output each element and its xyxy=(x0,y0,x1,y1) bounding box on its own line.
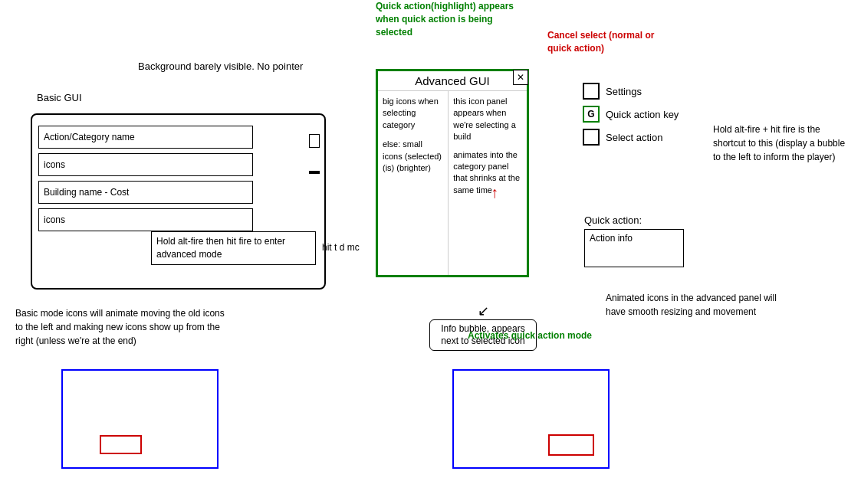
bottom-box-left-inner xyxy=(100,435,142,454)
icons-row-2: icons xyxy=(38,208,253,231)
background-note: Background barely visible. No pointer xyxy=(138,60,303,74)
quick-action-key-label: Quick action key xyxy=(606,109,679,120)
scrollbar[interactable] xyxy=(307,134,321,174)
settings-label: Settings xyxy=(606,86,642,97)
scroll-thumb[interactable] xyxy=(309,171,320,174)
info-bubble-arrow-icon: ↙ xyxy=(429,303,537,319)
quick-action-title: Quick action: xyxy=(584,214,692,226)
icons-row-1: icons xyxy=(38,153,253,176)
advanced-gui-title: Advanced GUI xyxy=(378,71,527,91)
info-bubble-container: ↙ Info bubble, appears next to selected … xyxy=(429,303,537,351)
adv-right-text2: animates into the category panel that sh… xyxy=(453,149,522,197)
basic-gui-panel: Action/Category name icons Building name… xyxy=(31,113,326,290)
select-action-row: Select action xyxy=(583,129,698,146)
adv-category-panel: big icons when selecting category else: … xyxy=(378,91,449,275)
quick-action-panel: Quick action: Action info xyxy=(584,214,692,267)
hold-altfire-note: Hold alt-fire + hit fire is the shortcut… xyxy=(713,123,855,164)
basic-mode-note: Basic mode icons will animate moving the… xyxy=(15,306,230,348)
settings-row: Settings xyxy=(583,83,698,100)
basic-gui-label: Basic GUI xyxy=(37,92,82,103)
hit-note: hit t d mc xyxy=(322,242,360,253)
quick-action-box: Action info xyxy=(584,229,684,267)
scroll-up[interactable] xyxy=(309,134,320,148)
settings-checkbox[interactable] xyxy=(583,83,600,100)
select-action-checkbox[interactable] xyxy=(583,129,600,146)
select-action-label: Select action xyxy=(606,132,662,143)
cancel-select-note: Cancel select (normal or quick action) xyxy=(547,29,678,55)
advanced-gui-body: big icons when selecting category else: … xyxy=(378,91,527,275)
advanced-gui-panel: Advanced GUI ✕ big icons when selecting … xyxy=(376,69,529,277)
adv-left-text1: big icons when selecting category xyxy=(383,96,443,131)
adv-right-text1: this icon panel appears when we're selec… xyxy=(453,96,522,143)
building-name-cost-input: Building name - Cost xyxy=(38,181,253,204)
close-button[interactable]: ✕ xyxy=(513,70,528,85)
adv-left-text2: else: small icons (selected) (is) (brigh… xyxy=(383,139,443,174)
settings-panel: Settings G Quick action key Select actio… xyxy=(583,77,698,152)
quick-action-highlight-note: Quick action(highlight) appears when qui… xyxy=(376,0,525,38)
animated-note: Animated icons in the advanced panel wil… xyxy=(606,291,782,319)
quick-action-key-box[interactable]: G xyxy=(583,106,600,123)
quick-action-key-row: G Quick action key xyxy=(583,106,698,123)
arrow-up-icon: ↑ xyxy=(491,184,498,201)
bottom-box-right-inner xyxy=(548,434,594,456)
activates-note: Activates quick action mode xyxy=(468,329,592,342)
adv-build-panel: this icon panel appears when we're selec… xyxy=(449,91,527,275)
hold-alt-note: Hold alt-fire then hit fire to enter adv… xyxy=(151,231,316,265)
action-category-input: Action/Category name xyxy=(38,126,253,149)
